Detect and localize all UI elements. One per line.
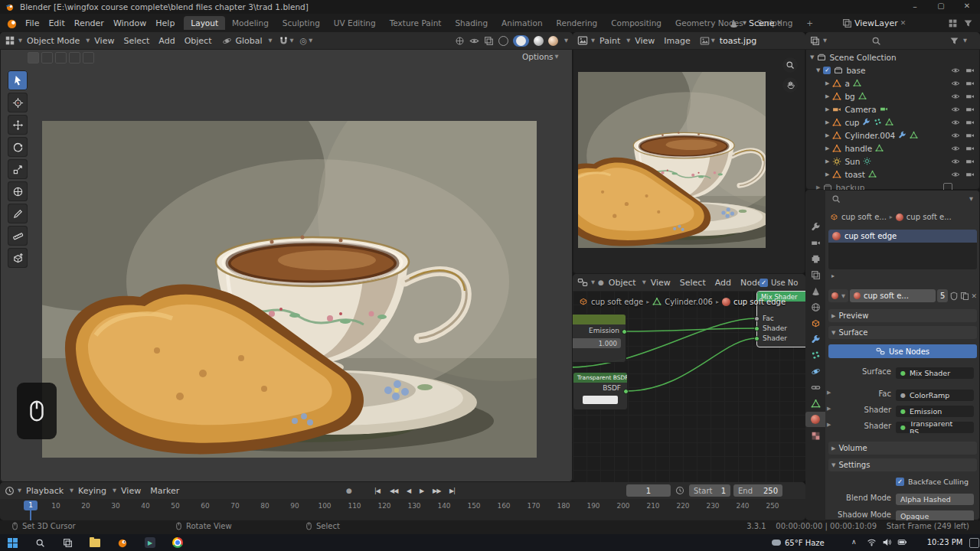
eye-icon[interactable] bbox=[951, 92, 960, 101]
editor-type-icon[interactable] bbox=[5, 35, 15, 46]
menu-image[interactable]: Image bbox=[659, 36, 694, 46]
options-dropdown[interactable]: Options ▼ bbox=[522, 52, 559, 61]
material-users-count[interactable]: 5 bbox=[937, 289, 948, 302]
tab-particles[interactable] bbox=[805, 347, 825, 363]
expand-icon[interactable]: ▶ bbox=[825, 93, 829, 99]
blender-app-button[interactable] bbox=[116, 536, 129, 549]
scene-name[interactable]: Scene bbox=[749, 18, 775, 28]
close-button[interactable]: ✕ bbox=[956, 2, 978, 10]
tab-layout[interactable]: Layout bbox=[184, 16, 225, 30]
outliner-row-object[interactable]: ▶ a bbox=[805, 77, 980, 90]
backface-checkbox[interactable]: ✓ bbox=[896, 478, 904, 486]
material-slot-list[interactable]: cup soft edge bbox=[828, 230, 977, 269]
current-frame-field[interactable]: 1 bbox=[626, 484, 671, 497]
viewlayer-selector[interactable]: ViewLayer ✕ bbox=[842, 18, 906, 28]
shading-material-icon[interactable] bbox=[534, 36, 544, 46]
transform-pivot-icon[interactable] bbox=[222, 36, 232, 46]
material-slot-name[interactable]: cup soft edge bbox=[844, 232, 897, 240]
tab-rendering[interactable]: Rendering bbox=[550, 16, 605, 30]
play-button[interactable]: ▶ bbox=[416, 487, 427, 494]
menu-file[interactable]: File bbox=[21, 18, 44, 28]
row-label[interactable]: Sun bbox=[844, 157, 860, 166]
file-explorer-button[interactable] bbox=[89, 536, 101, 549]
orientation-selector[interactable]: Global bbox=[232, 36, 266, 46]
timeline-ruler[interactable]: 1 10 20 30 40 50 60 70 80 90 100 110 120… bbox=[0, 499, 805, 520]
shader2-value-field[interactable]: ●Transparent BS... bbox=[896, 422, 974, 433]
expand-icon[interactable]: ▼ bbox=[810, 54, 814, 60]
outliner-row-sun[interactable]: ▶ Sun bbox=[805, 155, 980, 168]
node-transparent-header[interactable]: Transparent BSDF bbox=[573, 373, 627, 383]
jump-to-end-button[interactable]: ▶| bbox=[446, 487, 459, 494]
surface-value-field[interactable]: ●Mix Shader bbox=[896, 367, 974, 379]
jump-to-start-button[interactable]: |◀ bbox=[371, 487, 384, 494]
tab-object[interactable] bbox=[805, 315, 825, 331]
backface-culling-row[interactable]: ✓ Backface Culling bbox=[896, 478, 969, 486]
panel-preview[interactable]: ▶ Preview bbox=[828, 309, 977, 322]
row-label[interactable]: backup bbox=[835, 183, 864, 191]
breadcrumb-object[interactable]: cup soft e... bbox=[841, 213, 887, 221]
outliner-row-toast[interactable]: ▶ toast bbox=[805, 168, 980, 181]
eye-icon[interactable] bbox=[951, 157, 960, 166]
search-icon[interactable] bbox=[831, 194, 841, 204]
tool-rotate[interactable] bbox=[8, 137, 28, 157]
tab-modeling[interactable]: Modeling bbox=[225, 16, 276, 30]
tab-constraints[interactable] bbox=[805, 380, 825, 395]
search-icon[interactable] bbox=[871, 36, 881, 46]
panel-settings[interactable]: ▼ Settings bbox=[828, 458, 977, 471]
paint-mask-icon[interactable] bbox=[28, 52, 39, 64]
tool-cursor[interactable] bbox=[8, 93, 28, 112]
tab-uv-editing[interactable]: UV Editing bbox=[327, 16, 383, 30]
menu-window[interactable]: Window bbox=[109, 18, 151, 28]
breadcrumb-object[interactable]: cup soft edge bbox=[591, 298, 643, 306]
row-label[interactable]: Cylinder.004 bbox=[844, 131, 895, 140]
play-reverse-button[interactable]: ◀ bbox=[403, 487, 414, 494]
paint-mask-face-icon[interactable] bbox=[55, 52, 67, 64]
unlink-icon[interactable]: ✕ bbox=[971, 292, 977, 300]
tool-measure[interactable] bbox=[8, 226, 28, 246]
tool-annotate[interactable] bbox=[8, 204, 28, 223]
collection-checkbox[interactable]: ✓ bbox=[823, 67, 831, 74]
menu-object[interactable]: Object bbox=[180, 36, 217, 46]
media-app-button[interactable]: ▶ bbox=[144, 536, 156, 549]
mode-selector[interactable]: Object Mode bbox=[22, 36, 84, 46]
row-label[interactable]: bg bbox=[844, 92, 854, 101]
expand-icon[interactable]: ▶ bbox=[825, 80, 829, 86]
row-label[interactable]: handle bbox=[844, 144, 872, 153]
expand-icon[interactable]: ▼ bbox=[816, 67, 820, 73]
outliner-row-handle[interactable]: ▶ handle bbox=[805, 142, 980, 155]
mirror-y-icon[interactable] bbox=[83, 52, 94, 64]
tab-shading[interactable]: Shading bbox=[448, 16, 495, 30]
outliner-row-base[interactable]: ▼ ✓ base bbox=[805, 64, 980, 77]
outliner-row-object[interactable]: ▶ bg bbox=[805, 90, 980, 103]
material-name-field[interactable]: cup soft e... bbox=[850, 289, 936, 302]
expand-icon[interactable]: ▶ bbox=[825, 132, 829, 139]
taskbar-clock[interactable]: 10:23 PM bbox=[922, 538, 968, 546]
eye-icon[interactable] bbox=[951, 144, 960, 153]
camera-icon[interactable] bbox=[965, 170, 975, 179]
end-frame-field[interactable]: End 250 bbox=[733, 484, 782, 497]
viewlayer-unlink-icon[interactable]: ✕ bbox=[900, 19, 906, 27]
tab-output[interactable] bbox=[805, 251, 825, 266]
editor-type-icon[interactable] bbox=[5, 486, 15, 496]
shading-rendered-icon[interactable] bbox=[548, 36, 558, 46]
menu-select[interactable]: Select bbox=[675, 278, 710, 288]
row-label[interactable]: a bbox=[844, 79, 849, 88]
camera-icon[interactable] bbox=[965, 105, 975, 114]
shading-wireframe-icon[interactable] bbox=[498, 36, 508, 46]
menu-keying[interactable]: Keying bbox=[74, 486, 111, 496]
task-view-button[interactable] bbox=[61, 536, 74, 549]
socket-mix-shader2[interactable] bbox=[754, 336, 760, 341]
minimize-button[interactable]: – bbox=[903, 2, 926, 11]
tool-select-box[interactable] bbox=[8, 70, 28, 90]
outliner-row-cylinder[interactable]: ▶ Cylinder.004 bbox=[805, 129, 980, 142]
emission-strength-field[interactable]: Strength 1.000 bbox=[573, 338, 621, 348]
playhead-line[interactable] bbox=[30, 510, 31, 520]
pan-gizmo[interactable] bbox=[782, 77, 798, 93]
shader-type-selector[interactable]: Object bbox=[604, 278, 641, 288]
scene-selector[interactable]: ▼ Scene ✕ bbox=[729, 18, 782, 28]
menu-marker[interactable]: Marker bbox=[145, 486, 184, 496]
image-browse-icon[interactable] bbox=[700, 36, 710, 46]
tab-object-data[interactable] bbox=[805, 396, 825, 411]
filter-icon[interactable] bbox=[949, 36, 959, 46]
breadcrumb-material[interactable]: cup soft edge bbox=[733, 298, 786, 306]
